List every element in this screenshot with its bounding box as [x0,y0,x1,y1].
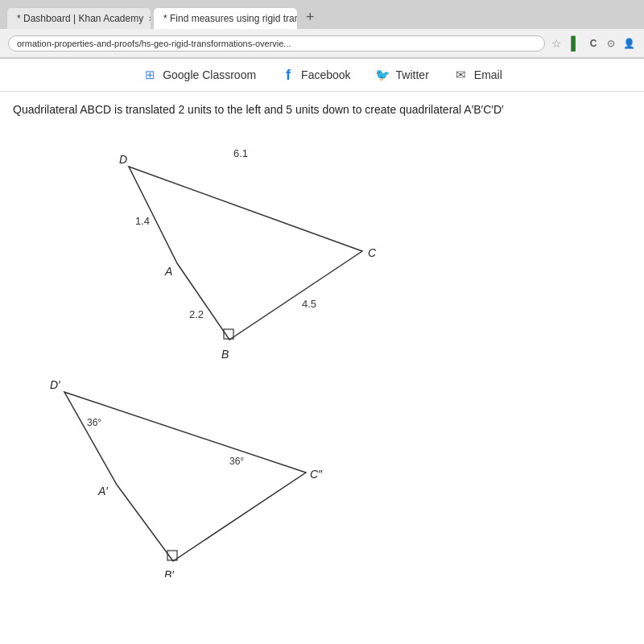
new-tab-button[interactable]: + [299,6,321,29]
google-classroom-icon: ⊞ [142,67,158,83]
geometry-diagram: D C B A 6.1 1.4 2.2 4.5 D′ C″ B′ A′ 36° … [13,126,631,577]
extension-icon-green[interactable]: ▌ [568,36,583,51]
angle-right-label: 36° [229,456,244,467]
side-top-label: 6.1 [233,147,248,159]
label-A-upper: A [164,265,172,278]
label-D-upper: D [119,153,127,166]
facebook-icon: f [280,67,296,83]
label-D-prime: D′ [50,378,61,391]
google-classroom-label: Google Classroom [163,68,256,81]
twitter-label: Twitter [396,68,429,81]
angle-left-label: 36° [87,417,101,428]
browser-action-icons: ▌ C ⊙ 👤 [568,36,636,51]
bookmark-star-icon[interactable]: ☆ [551,37,562,50]
label-C-upper: C [368,246,377,259]
extension-icon-c[interactable]: C [586,36,601,51]
problem-text: Quadrilateral ABCD is translated 2 units… [13,101,631,118]
tab-bar: * Dashboard | Khan Academy ✕ * Find meas… [0,0,644,29]
tab-dashboard-label: * Dashboard | Khan Academy [17,13,143,24]
side-left-label: 1.4 [135,215,150,227]
label-B-prime: B′ [164,568,175,577]
tab-dashboard[interactable]: * Dashboard | Khan Academy ✕ [6,7,151,29]
label-A-prime: A′ [97,485,109,497]
tab-dashboard-close[interactable]: ✕ [148,14,151,23]
label-C-prime: C″ [310,468,323,481]
email-button[interactable]: ✉ Email [453,67,502,83]
upper-quadrilateral [129,167,362,340]
side-bottom-left-label: 2.2 [189,308,204,320]
twitter-icon: 🐦 [375,67,391,83]
facebook-button[interactable]: f Facebook [280,67,350,83]
google-classroom-button[interactable]: ⊞ Google Classroom [142,67,256,83]
address-input[interactable]: ormation-properties-and-proofs/hs-geo-ri… [8,35,545,52]
address-bar: ormation-properties-and-proofs/hs-geo-ri… [0,29,644,58]
browser-chrome: * Dashboard | Khan Academy ✕ * Find meas… [0,0,644,59]
share-bar: ⊞ Google Classroom f Facebook 🐦 Twitter … [0,59,644,92]
twitter-button[interactable]: 🐦 Twitter [375,67,429,83]
tab-find-measures-label: * Find measures using rigid tran… [163,13,298,24]
diagram-area: D C B A 6.1 1.4 2.2 4.5 D′ C″ B′ A′ 36° … [13,126,631,577]
email-icon: ✉ [453,67,469,83]
label-B-upper: B [221,348,229,361]
content-area: Quadrilateral ABCD is translated 2 units… [0,92,644,587]
tab-find-measures[interactable]: * Find measures using rigid tran… ✕ [153,7,298,29]
extension-icon-user[interactable]: 👤 [621,36,636,51]
facebook-label: Facebook [301,68,350,81]
email-label: Email [474,68,502,81]
extension-icon-settings[interactable]: ⊙ [604,36,618,51]
side-right-label: 4.5 [302,298,316,310]
